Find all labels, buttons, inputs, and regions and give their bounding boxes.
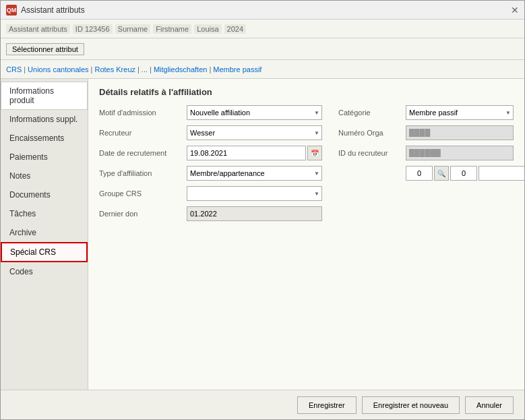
tab-ellipsis[interactable]: ... xyxy=(142,65,148,73)
toolbar: Sélectionner attribut xyxy=(1,38,524,60)
form-row-date: Date de recrutement 📅 xyxy=(99,146,322,160)
tab-mitgliedschaften[interactable]: Mitgliedschaften xyxy=(154,65,208,73)
app-icon: QM xyxy=(6,5,17,16)
tab-unions-cantonales[interactable]: Unions cantonales xyxy=(28,65,89,73)
recruteur-select[interactable]: Wesser xyxy=(187,125,322,140)
form-row-groupe-crs: Groupe CRS ▼ xyxy=(99,186,322,201)
crs-search-icon[interactable]: 🔍 xyxy=(434,166,449,181)
form-row-crs-search: 🔍 xyxy=(338,166,514,181)
date-recrutement-input[interactable] xyxy=(187,146,306,160)
form-row-id-recruteur: ID du recruteur xyxy=(338,146,514,160)
sidebar-item-notes[interactable]: Notes xyxy=(1,167,88,185)
tabs-bar: CRS | Unions cantonales | Rotes Kreuz | … xyxy=(1,60,524,79)
form-grid: Motif d'admission Nouvelle affiliation R… xyxy=(99,105,514,227)
label-groupe-crs: Groupe CRS xyxy=(99,189,187,198)
main-content: Informations produit Informations suppl.… xyxy=(1,79,524,390)
label-type: Type d'affiliation xyxy=(99,169,187,177)
section-title: Détails relatifs à l'affiliation xyxy=(99,87,514,97)
form-row-recruteur: Recruteur Wesser ▼ xyxy=(99,125,322,140)
type-select-wrapper: Membre/appartenance Sympathisant ▼ xyxy=(187,166,322,181)
crs-num2-input[interactable] xyxy=(450,166,477,181)
crs-num1-input[interactable] xyxy=(406,166,433,181)
label-categorie: Catégorie xyxy=(338,109,406,117)
breadcrumb-title: Assistant attributs xyxy=(6,24,70,34)
label-recruteur: Recruteur xyxy=(99,129,187,137)
categorie-select[interactable]: Membre passif Membre actif xyxy=(406,105,514,120)
content-area: Détails relatifs à l'affiliation Motif d… xyxy=(88,79,524,390)
type-affiliation-select[interactable]: Membre/appartenance Sympathisant xyxy=(187,166,322,181)
breadcrumb-surname: Surname xyxy=(115,24,151,34)
label-date: Date de recrutement xyxy=(99,149,187,157)
label-motif: Motif d'admission xyxy=(99,109,187,117)
recruteur-select-wrapper: Wesser ▼ xyxy=(187,125,322,140)
breadcrumb-firstname: Firstname xyxy=(153,24,191,34)
breadcrumb-year: 2024 xyxy=(224,24,246,34)
footer: Enregistrer Enregistrer et nouveau Annul… xyxy=(1,390,524,419)
breadcrumb-id: ID 123456 xyxy=(73,24,113,34)
form-left: Motif d'admission Nouvelle affiliation R… xyxy=(99,105,322,227)
sidebar-item-taches[interactable]: Tâches xyxy=(1,204,88,223)
crs-search-row: 🔍 xyxy=(406,166,524,181)
sidebar-item-archive[interactable]: Archive xyxy=(1,223,88,242)
dernier-don-input[interactable] xyxy=(187,206,322,221)
breadcrumb-bar: Assistant attributs ID 123456 Surname Fi… xyxy=(1,20,524,38)
label-numero-orga: Numéro Orga xyxy=(338,129,406,137)
motif-select-wrapper: Nouvelle affiliation Réaffiliation Mutat… xyxy=(187,105,322,120)
window-title: Assistant attributs xyxy=(21,5,85,15)
sidebar-item-documents[interactable]: Documents xyxy=(1,185,88,204)
date-wrapper: 📅 xyxy=(187,146,322,160)
id-recruteur-input[interactable] xyxy=(406,146,514,160)
tab-crs[interactable]: CRS xyxy=(6,65,22,73)
categorie-select-wrapper: Membre passif Membre actif ▼ xyxy=(406,105,514,120)
tab-membre-passif[interactable]: Membre passif xyxy=(213,65,261,73)
form-right: Catégorie Membre passif Membre actif ▼ N… xyxy=(338,105,514,227)
main-window: QM Assistant attributs ✕ Assistant attri… xyxy=(0,0,525,420)
close-button[interactable]: ✕ xyxy=(511,5,519,16)
form-row-numero-orga: Numéro Orga xyxy=(338,125,514,140)
groupe-crs-select[interactable] xyxy=(187,186,322,201)
breadcrumb-name2: Louisa xyxy=(194,24,221,34)
groupe-crs-select-wrapper: ▼ xyxy=(187,186,322,201)
cancel-button[interactable]: Annuler xyxy=(465,396,514,414)
sidebar: Informations produit Informations suppl.… xyxy=(1,79,88,390)
motif-admission-select[interactable]: Nouvelle affiliation Réaffiliation Mutat… xyxy=(187,105,322,120)
calendar-icon[interactable]: 📅 xyxy=(307,146,322,160)
crs-text-input[interactable] xyxy=(478,166,524,181)
tab-rotes-kreuz[interactable]: Rotes Kreuz xyxy=(94,65,135,73)
sidebar-item-informations-produit[interactable]: Informations produit xyxy=(1,82,88,110)
select-attr-button[interactable]: Sélectionner attribut xyxy=(6,43,84,55)
sidebar-item-special-crs[interactable]: Spécial CRS xyxy=(1,242,88,262)
form-row-categorie: Catégorie Membre passif Membre actif ▼ xyxy=(338,105,514,120)
title-bar: QM Assistant attributs ✕ xyxy=(1,1,524,20)
sidebar-item-informations-suppl[interactable]: Informations suppl. xyxy=(1,110,88,129)
form-row-dernier-don: Dernier don xyxy=(99,206,322,221)
form-row-type: Type d'affiliation Membre/appartenance S… xyxy=(99,166,322,181)
numero-orga-input[interactable] xyxy=(406,125,514,140)
sidebar-item-codes[interactable]: Codes xyxy=(1,262,88,281)
label-dernier-don: Dernier don xyxy=(99,210,187,218)
sidebar-item-paiements[interactable]: Paiements xyxy=(1,148,88,167)
form-row-motif: Motif d'admission Nouvelle affiliation R… xyxy=(99,105,322,120)
save-button[interactable]: Enregistrer xyxy=(297,396,357,414)
save-new-button[interactable]: Enregistrer et nouveau xyxy=(362,396,460,414)
label-id-recruteur: ID du recruteur xyxy=(338,149,406,157)
sidebar-item-encaissements[interactable]: Encaissements xyxy=(1,129,88,148)
